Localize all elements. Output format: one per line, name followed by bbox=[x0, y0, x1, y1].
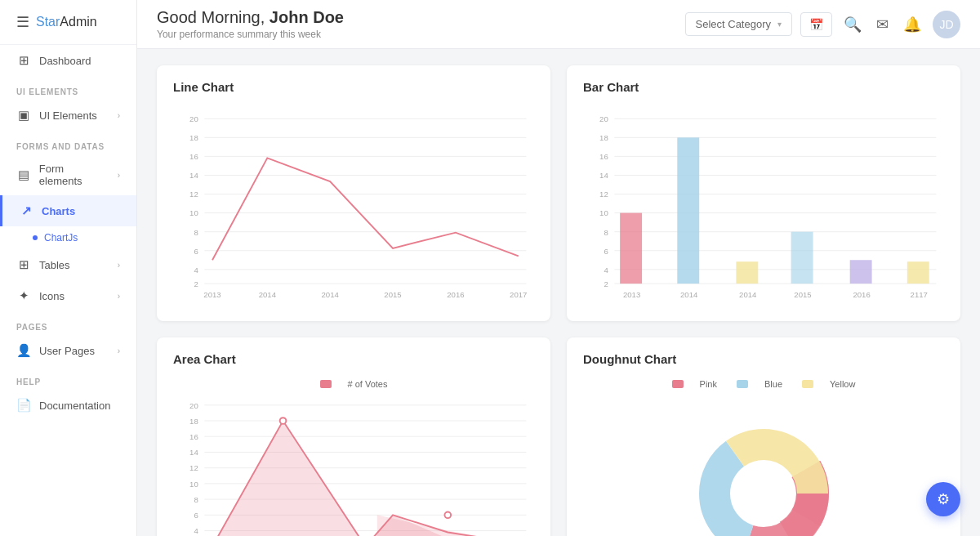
hamburger-icon[interactable]: ☰ bbox=[16, 13, 29, 31]
topbar-right: Select Category ▾ 📅 🔍 ✉ 🔔 JD bbox=[685, 11, 961, 38]
category-dropdown[interactable]: Select Category ▾ bbox=[685, 12, 793, 36]
svg-text:10: 10 bbox=[189, 208, 198, 217]
svg-point-90 bbox=[731, 461, 796, 526]
documentation-label: Documentation bbox=[39, 400, 110, 412]
documentation-icon: 📄 bbox=[16, 398, 31, 413]
svg-text:18: 18 bbox=[189, 133, 198, 142]
svg-text:4: 4 bbox=[194, 526, 198, 535]
legend-pink-dot bbox=[672, 380, 684, 388]
icons-icon: ✦ bbox=[16, 288, 31, 303]
svg-text:14: 14 bbox=[189, 171, 198, 180]
sidebar-item-charts[interactable]: ↗ Charts bbox=[0, 195, 136, 226]
main-content: Good Morning, John Doe Your performance … bbox=[137, 0, 980, 536]
svg-text:12: 12 bbox=[599, 190, 608, 199]
area-chart-title: Area Chart bbox=[173, 352, 534, 366]
sidebar-item-documentation[interactable]: 📄 Documentation bbox=[0, 390, 136, 421]
sidebar-item-chartjs[interactable]: ChartJs bbox=[0, 226, 136, 249]
svg-rect-52 bbox=[620, 213, 642, 284]
svg-text:2015: 2015 bbox=[794, 290, 811, 299]
section-forms-datas: FORMS AND DATAS bbox=[0, 131, 136, 154]
svg-text:2117: 2117 bbox=[911, 290, 928, 299]
chevron-right-icon: › bbox=[118, 111, 120, 120]
bar-chart-title: Bar Chart bbox=[583, 80, 944, 94]
sidebar-item-dashboard[interactable]: ⊞ Dashboard bbox=[0, 45, 136, 76]
area-chart-legend: # of Votes bbox=[173, 379, 534, 389]
sidebar-item-icons[interactable]: ✦ Icons › bbox=[0, 280, 136, 311]
settings-fab[interactable]: ⚙ bbox=[926, 482, 960, 516]
bar-chart-svg: 20 18 16 14 12 10 8 6 4 2 2013 2014 2014… bbox=[583, 107, 944, 303]
sidebar-item-user-pages[interactable]: 👤 User Pages › bbox=[0, 335, 136, 366]
search-icon[interactable]: 🔍 bbox=[840, 12, 865, 37]
svg-text:18: 18 bbox=[189, 417, 198, 426]
calendar-button[interactable]: 📅 bbox=[800, 12, 832, 37]
dropdown-chevron-icon: ▾ bbox=[777, 20, 782, 29]
ui-elements-icon: ▣ bbox=[16, 108, 31, 123]
svg-text:16: 16 bbox=[189, 432, 198, 441]
svg-rect-54 bbox=[736, 261, 758, 284]
user-pages-label: User Pages bbox=[39, 345, 95, 357]
svg-text:18: 18 bbox=[599, 133, 608, 142]
bell-icon[interactable]: 🔔 bbox=[900, 12, 924, 37]
svg-point-85 bbox=[280, 418, 287, 424]
form-icon: ▤ bbox=[16, 168, 31, 182]
svg-text:6: 6 bbox=[604, 247, 608, 256]
svg-text:20: 20 bbox=[599, 114, 608, 123]
svg-text:16: 16 bbox=[189, 152, 198, 161]
svg-text:2014: 2014 bbox=[259, 290, 277, 299]
legend-yellow-dot bbox=[802, 380, 813, 388]
brand-admin: Admin bbox=[60, 15, 96, 29]
sidebar-item-tables[interactable]: ⊞ Tables › bbox=[0, 249, 136, 280]
topbar-greeting: Good Morning, John Doe Your performance … bbox=[157, 8, 675, 40]
svg-text:12: 12 bbox=[189, 464, 198, 473]
svg-text:2014: 2014 bbox=[680, 290, 698, 299]
svg-text:14: 14 bbox=[189, 448, 198, 457]
svg-text:6: 6 bbox=[194, 247, 198, 256]
svg-text:8: 8 bbox=[194, 495, 198, 504]
svg-text:2: 2 bbox=[604, 279, 608, 288]
svg-rect-53 bbox=[677, 137, 699, 284]
icons-label: Icons bbox=[39, 290, 65, 302]
dashboard-icon: ⊞ bbox=[16, 53, 31, 68]
svg-marker-83 bbox=[212, 421, 523, 536]
svg-text:8: 8 bbox=[604, 228, 608, 237]
charts-icon: ↗ bbox=[19, 203, 33, 218]
avatar[interactable]: JD bbox=[933, 11, 960, 38]
sidebar-logo: ☰ StarAdmin bbox=[0, 0, 136, 45]
line-chart-svg: 20 18 16 14 12 10 8 6 4 2 2013 2014 2014… bbox=[173, 107, 534, 303]
form-elements-label: Form elements bbox=[39, 163, 109, 187]
section-ui-elements: UI ELEMENTS bbox=[0, 76, 136, 100]
mail-icon[interactable]: ✉ bbox=[873, 12, 892, 37]
chevron-right-icon2: › bbox=[118, 171, 120, 180]
svg-text:10: 10 bbox=[189, 480, 198, 489]
user-pages-icon: 👤 bbox=[16, 343, 31, 358]
doughnut-chart-title: Doughnut Chart bbox=[583, 352, 944, 366]
svg-point-86 bbox=[444, 511, 451, 518]
svg-text:2017: 2017 bbox=[510, 290, 527, 299]
dashboard-label: Dashboard bbox=[39, 55, 91, 67]
legend-blue-dot bbox=[737, 380, 748, 388]
svg-text:20: 20 bbox=[189, 401, 198, 410]
dot-icon bbox=[33, 235, 38, 240]
charts-label: Charts bbox=[42, 205, 75, 217]
content-area: Line Chart 20 18 16 14 12 10 bbox=[137, 49, 980, 536]
svg-text:2013: 2013 bbox=[203, 290, 220, 299]
svg-text:16: 16 bbox=[599, 152, 608, 161]
line-chart-title: Line Chart bbox=[173, 80, 534, 94]
brand-name: StarAdmin bbox=[36, 15, 97, 29]
legend-yellow-label: Yellow bbox=[830, 379, 855, 389]
chevron-right-icon5: › bbox=[118, 346, 120, 355]
topbar: Good Morning, John Doe Your performance … bbox=[137, 0, 980, 49]
brand-star: Star bbox=[36, 15, 60, 29]
doughnut-chart-card: Doughnut Chart Pink Blue Yellow bbox=[567, 337, 960, 536]
area-legend-label: # of Votes bbox=[348, 379, 388, 389]
legend-pink-label: Pink bbox=[700, 379, 717, 389]
sidebar-item-ui-elements[interactable]: ▣ UI Elements › bbox=[0, 100, 136, 131]
greeting-subtitle: Your performance summary this week bbox=[157, 29, 675, 40]
svg-text:4: 4 bbox=[194, 266, 198, 275]
chevron-right-icon4: › bbox=[118, 292, 120, 301]
sidebar: ☰ StarAdmin ⊞ Dashboard UI ELEMENTS ▣ UI… bbox=[0, 0, 137, 536]
svg-text:12: 12 bbox=[189, 190, 198, 199]
tables-label: Tables bbox=[39, 259, 70, 271]
calendar-icon: 📅 bbox=[809, 18, 823, 31]
sidebar-item-form-elements[interactable]: ▤ Form elements › bbox=[0, 154, 136, 195]
